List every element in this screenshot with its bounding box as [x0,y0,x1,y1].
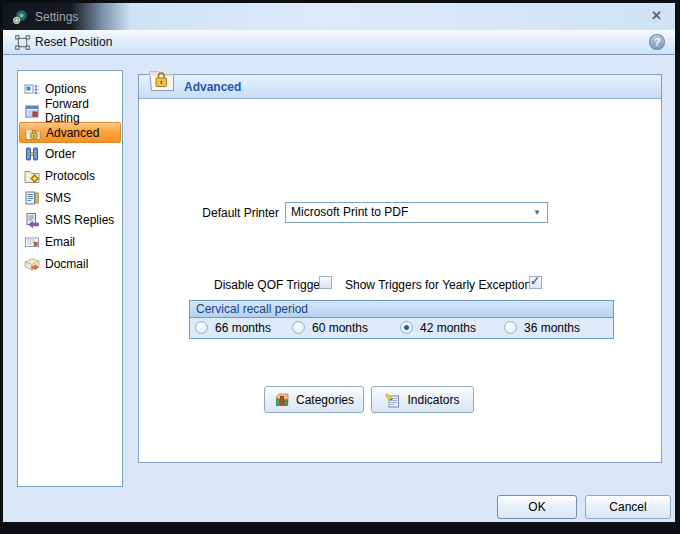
disable-qof-triggers-checkbox[interactable]: ✓ [319,276,332,289]
reset-position-icon [15,35,30,50]
sidebar-item-label: SMS Replies [45,213,114,227]
sidebar-item-label: Order [45,147,76,161]
settings-nav-list: Options Forward Dating [17,70,123,487]
toolbar: Reset Position ? [3,30,675,55]
sidebar-item-advanced[interactable]: Advanced [19,122,121,143]
sidebar-item-label: Forward Dating [45,97,121,125]
email-icon [24,234,40,250]
ok-button[interactable]: OK [497,495,577,519]
sidebar-item-sms[interactable]: SMS [19,187,121,209]
sidebar-item-label: Email [45,235,75,249]
sidebar-item-order[interactable]: Order [19,143,121,165]
indicators-icon [385,392,401,408]
sidebar-item-label: Protocols [45,169,95,183]
app-icon [12,9,28,25]
cervical-recall-period-options: 66 months 60 months 42 months 36 months [190,318,613,338]
cervical-recall-period-title: Cervical recall period [190,301,613,318]
sidebar-item-label: Docmail [45,257,88,271]
radio-60-months[interactable] [292,321,305,334]
folder-lock-header-icon [148,68,175,92]
radio-36-months-label: 36 months [524,321,580,335]
radio-66-months-label: 66 months [215,321,271,335]
panel-title: Advanced [184,80,241,94]
sidebar-item-label: Advanced [46,126,99,140]
default-printer-label: Default Printer [139,206,279,220]
categories-label: Categories [296,393,354,407]
check-icon: ✓ [530,274,540,288]
sms-icon [24,190,40,206]
sidebar-item-email[interactable]: Email [19,231,121,253]
window-title: Settings [35,10,78,24]
reset-position-button[interactable]: Reset Position [10,33,117,52]
cancel-button[interactable]: Cancel [585,495,671,519]
folder-lock-icon [25,125,41,141]
protocols-icon [24,168,40,184]
advanced-panel: Advanced Default Printer Microsoft Print… [138,74,662,463]
sidebar-item-sms-replies[interactable]: SMS Replies [19,209,121,231]
categories-icon [274,392,290,408]
sms-replies-icon [24,212,40,228]
show-triggers-yearly-exceptions-checkbox[interactable]: ✓ [529,276,542,289]
client-area: Options Forward Dating [3,55,675,522]
sidebar-item-label: Options [45,82,86,96]
forward-dating-icon [24,103,40,119]
categories-button[interactable]: Categories [264,386,364,413]
settings-window: Settings ✕ Reset Position ? [0,0,680,534]
sidebar-item-forward-dating[interactable]: Forward Dating [19,100,121,122]
sidebar-item-protocols[interactable]: Protocols [19,165,121,187]
default-printer-select[interactable]: Microsoft Print to PDF ▼ [285,202,548,223]
show-triggers-yearly-exceptions-label: Show Triggers for Yearly Exceptions [345,278,537,292]
sidebar-item-docmail[interactable]: Docmail [19,253,121,275]
radio-36-months[interactable] [504,321,517,334]
title-bar: Settings ✕ [3,3,675,30]
close-button[interactable]: ✕ [651,8,662,24]
sidebar-item-label: SMS [45,191,71,205]
reset-position-label: Reset Position [35,35,112,49]
disable-qof-triggers-label: Disable QOF Triggers [214,278,330,292]
cervical-recall-period-group: Cervical recall period 66 months 60 mont… [189,300,614,339]
radio-60-months-label: 60 months [312,321,368,335]
docmail-icon [24,256,40,272]
indicators-button[interactable]: Indicators [371,386,474,413]
options-icon [24,81,40,97]
cancel-label: Cancel [609,500,646,514]
order-icon [24,146,40,162]
chevron-down-icon: ▼ [533,208,541,218]
radio-42-months[interactable] [400,321,413,334]
help-icon: ? [654,36,661,48]
default-printer-value: Microsoft Print to PDF [291,205,408,219]
radio-66-months[interactable] [195,321,208,334]
ok-label: OK [528,500,545,514]
help-button[interactable]: ? [649,34,665,50]
indicators-label: Indicators [407,393,459,407]
radio-42-months-label: 42 months [420,321,476,335]
